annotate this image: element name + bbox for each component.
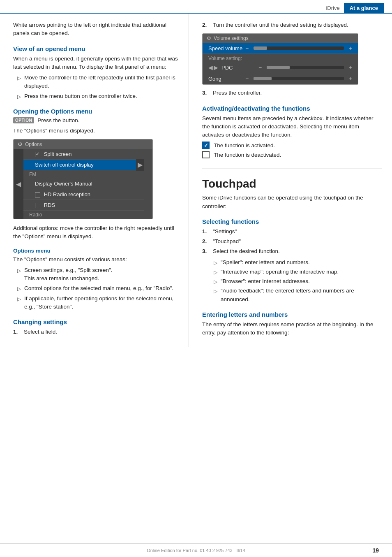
bullet-arrow: ▷ [214, 259, 217, 267]
checkbox-hd-radio [35, 192, 40, 197]
list-item: ▷ "Interactive map": operating the inter… [214, 268, 382, 276]
bullet-arrow: ▷ [214, 288, 217, 295]
bullet-arrow: ▷ [17, 267, 21, 274]
menu-item-label: Display Owner's Manual [35, 181, 92, 187]
checkbox-split-screen [35, 152, 40, 157]
sub-bullet-text: "Browser": enter Internet addresses. [221, 277, 310, 285]
press-btn-row: OPTION Press the button. [13, 117, 179, 123]
function-activated-row: The function is activated. [202, 142, 382, 149]
menu-item-label: FM [29, 172, 36, 177]
step-text: "Settings" [213, 227, 237, 236]
vol-minus: − [245, 45, 249, 51]
activating-deactivating-title: Activating/deactivating the functions [202, 105, 382, 112]
left-column: White arrows pointing to the left or rig… [0, 14, 189, 347]
bullet-arrow: ▷ [17, 93, 21, 100]
menu-item-label: Radio [29, 212, 42, 218]
menu-title-text: Options [25, 142, 42, 147]
options-menu-displayed-text: The "Options" menu is displayed. [13, 127, 179, 135]
bullet-arrow: ▷ [214, 269, 217, 276]
sub-bullet-text: "Interactive map": operating the interac… [221, 268, 339, 276]
deactivated-label: The function is deactivated. [214, 152, 281, 158]
vol-title-text: Volume settings [214, 35, 249, 41]
view-of-opened-menu-bullets: ▷ Move the controller to the left repeat… [13, 74, 179, 100]
option-button-label[interactable]: OPTION [13, 117, 34, 123]
menu-item-label: Split screen [44, 151, 72, 157]
list-item: 2. "Touchpad" [202, 237, 382, 246]
page-footer: Online Edition for Part no. 01 40 2 925 … [0, 543, 392, 557]
menu-item-split-screen[interactable]: Split screen [23, 149, 144, 160]
entering-letters-title: Entering letters and numbers [202, 311, 382, 318]
touchpad-title: Touchpad [202, 168, 382, 190]
bullet-main-text: Screen settings, e.g., "Split screen". [24, 267, 112, 273]
step-number: 1. [13, 328, 21, 336]
vol-title-bar: ⚙ Volume settings [203, 34, 358, 43]
list-item: 1. Select a field. [13, 328, 179, 336]
selecting-functions-title: Selecting functions [202, 218, 382, 225]
menu-title-icon: ⚙ [18, 141, 23, 147]
list-item: ▷ If applicable, further operating optio… [13, 295, 179, 311]
view-of-opened-menu-body: When a menu is opened, it generally open… [13, 55, 179, 72]
footer-text: Online Edition for Part no. 01 40 2 925 … [147, 548, 245, 553]
vol-minus-pdc: − [258, 64, 262, 71]
vol-label-speed: Speed volume [208, 45, 245, 51]
header-at-a-glance-label: At a glance [344, 3, 384, 13]
options-menu-section-body: The "Options" menu consists of various a… [13, 255, 179, 264]
vol-bar-fill-gong [254, 77, 272, 80]
menu-item-hd-radio[interactable]: HD Radio reception [23, 189, 144, 200]
changing-settings-steps: 1. Select a field. [13, 328, 179, 336]
vol-section-label: Volume setting: [203, 54, 358, 62]
list-item: ▷ "Audio feedback": the entered letters … [214, 287, 382, 304]
vol-label-gong: Gong [208, 76, 245, 82]
vol-minus-gong: − [245, 75, 249, 82]
entering-letters-body: The entry of the letters requires some p… [202, 320, 382, 337]
bullet-content: Screen settings, e.g., "Split screen". T… [24, 266, 112, 283]
main-content: White arrows pointing to the left or rig… [0, 14, 392, 347]
additional-options-text: Additional options: move the controller … [13, 224, 179, 241]
checkbox-deactivated [202, 151, 210, 158]
step-number: 3. [202, 247, 210, 255]
vol-bar-gong [254, 77, 344, 80]
vol-title-icon: ⚙ [207, 35, 211, 41]
list-item: 3. Select the desired function. [202, 247, 382, 255]
step-number: 2. [202, 237, 210, 246]
vol-row-gong: Gong − + [203, 73, 358, 84]
menu-item-radio[interactable]: Radio [23, 211, 144, 219]
bullet-arrow: ▷ [17, 74, 21, 82]
vol-nav-left: ◀ [208, 64, 213, 71]
menu-item-label: Switch off control display [35, 162, 94, 168]
vol-bar-speed [254, 46, 344, 50]
selecting-functions-steps: 1. "Settings" 2. "Touchpad" 3. Select th… [202, 227, 382, 256]
changing-settings-title: Changing settings [13, 318, 179, 325]
list-item: 1. "Settings" [202, 227, 382, 236]
press-text: Press the button. [37, 117, 79, 123]
selecting-functions-sub-bullets: ▷ "Speller": enter letters and numbers. … [214, 258, 382, 304]
vol-row-pdc: ◀ ▶ PDC − + [203, 62, 358, 73]
menu-nav-right-arrow: ▶ [136, 159, 144, 171]
menu-item-switch-off[interactable]: Switch off control display ▶ [23, 160, 144, 170]
menu-item-label: HD Radio reception [44, 191, 90, 197]
vol-nav-arrows: ◀ ▶ [208, 64, 218, 71]
vol-row-speed: Speed volume − + [203, 43, 358, 54]
bullet-text: Control options for the selected main me… [24, 284, 173, 292]
sub-bullet-text: "Speller": enter letters and numbers. [221, 258, 310, 267]
right-column: 2. Turn the controller until the desired… [189, 14, 392, 347]
touchpad-body: Some iDrive functions can be operated us… [202, 194, 382, 211]
activated-label: The function is activated. [214, 142, 275, 149]
vol-nav-right: ▶ [214, 64, 218, 71]
bullet-text: Press the menu button on the controller … [24, 92, 137, 100]
list-item: ▷ Screen settings, e.g., "Split screen".… [13, 266, 179, 283]
step-text: Turn the controller until the desired se… [213, 21, 348, 29]
menu-body: ◀ Split screen Switch off control displa… [14, 149, 152, 219]
changing-settings-step2: 2. Turn the controller until the desired… [202, 21, 382, 29]
opening-options-menu-title: Opening the Options menu [13, 108, 179, 115]
sub-bullet-text: "Audio feedback": the entered letters an… [221, 287, 382, 304]
step-number: 1. [202, 227, 210, 236]
volume-screenshot: ⚙ Volume settings Speed volume − + Volum… [202, 33, 358, 85]
bullet-arrow: ▷ [214, 278, 217, 285]
bullet-text: If applicable, further operating options… [24, 295, 179, 311]
bullet-arrow: ▷ [17, 295, 21, 303]
intro-text: White arrows pointing to the left or rig… [13, 21, 179, 38]
menu-item-owners-manual[interactable]: Display Owner's Manual [23, 179, 144, 189]
menu-item-rds[interactable]: RDS [23, 200, 144, 211]
bullet-text: Move the controller to the left repeated… [24, 74, 179, 91]
